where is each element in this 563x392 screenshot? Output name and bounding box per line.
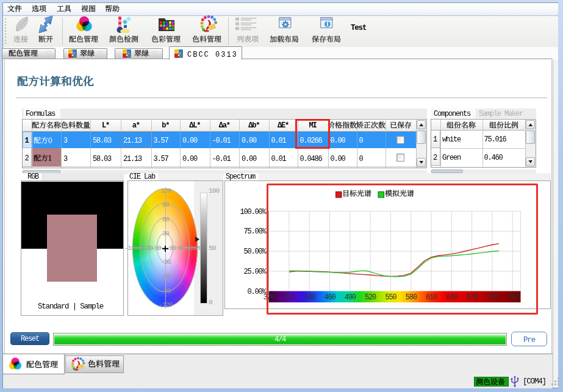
svg-text:75.00%: 75.00% — [244, 227, 267, 236]
svg-text:25.00%: 25.00% — [244, 268, 267, 276]
svg-text:50.00%: 50.00% — [244, 248, 267, 256]
svg-text:100.00%: 100.00% — [240, 208, 267, 216]
